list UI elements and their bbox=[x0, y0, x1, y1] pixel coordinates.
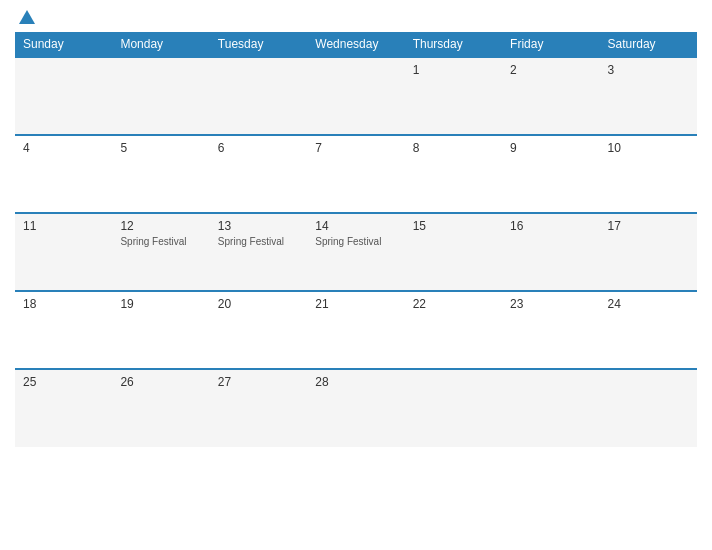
calendar-header bbox=[15, 10, 697, 24]
calendar-grid: SundayMondayTuesdayWednesdayThursdayFrid… bbox=[15, 32, 697, 447]
calendar-cell: 20 bbox=[210, 291, 307, 369]
weekday-monday: Monday bbox=[112, 32, 209, 57]
calendar-cell bbox=[210, 57, 307, 135]
calendar-cell: 9 bbox=[502, 135, 599, 213]
day-number: 24 bbox=[608, 297, 689, 311]
calendar-cell bbox=[307, 57, 404, 135]
week-row-3: 1112Spring Festival13Spring Festival14Sp… bbox=[15, 213, 697, 291]
day-number: 12 bbox=[120, 219, 201, 233]
day-number: 26 bbox=[120, 375, 201, 389]
week-row-2: 45678910 bbox=[15, 135, 697, 213]
calendar-cell bbox=[15, 57, 112, 135]
day-number: 15 bbox=[413, 219, 494, 233]
calendar-cell: 22 bbox=[405, 291, 502, 369]
day-number: 11 bbox=[23, 219, 104, 233]
day-number: 5 bbox=[120, 141, 201, 155]
calendar-cell: 4 bbox=[15, 135, 112, 213]
day-number: 21 bbox=[315, 297, 396, 311]
weekday-wednesday: Wednesday bbox=[307, 32, 404, 57]
calendar-cell: 25 bbox=[15, 369, 112, 447]
weekday-sunday: Sunday bbox=[15, 32, 112, 57]
day-number: 3 bbox=[608, 63, 689, 77]
calendar-cell: 27 bbox=[210, 369, 307, 447]
calendar-cell: 23 bbox=[502, 291, 599, 369]
day-number: 8 bbox=[413, 141, 494, 155]
calendar-cell: 11 bbox=[15, 213, 112, 291]
calendar-cell bbox=[502, 369, 599, 447]
calendar-cell bbox=[600, 369, 697, 447]
day-number: 18 bbox=[23, 297, 104, 311]
weekday-saturday: Saturday bbox=[600, 32, 697, 57]
calendar-cell: 8 bbox=[405, 135, 502, 213]
week-row-1: 123 bbox=[15, 57, 697, 135]
calendar-cell bbox=[405, 369, 502, 447]
weekday-friday: Friday bbox=[502, 32, 599, 57]
day-number: 22 bbox=[413, 297, 494, 311]
calendar-cell: 1 bbox=[405, 57, 502, 135]
day-number: 27 bbox=[218, 375, 299, 389]
day-number: 20 bbox=[218, 297, 299, 311]
day-number: 2 bbox=[510, 63, 591, 77]
calendar-container: SundayMondayTuesdayWednesdayThursdayFrid… bbox=[0, 0, 712, 550]
day-number: 9 bbox=[510, 141, 591, 155]
week-row-5: 25262728 bbox=[15, 369, 697, 447]
event-label: Spring Festival bbox=[218, 236, 299, 247]
calendar-cell: 24 bbox=[600, 291, 697, 369]
day-number: 16 bbox=[510, 219, 591, 233]
event-label: Spring Festival bbox=[120, 236, 201, 247]
calendar-cell: 3 bbox=[600, 57, 697, 135]
calendar-cell: 16 bbox=[502, 213, 599, 291]
weekday-thursday: Thursday bbox=[405, 32, 502, 57]
day-number: 6 bbox=[218, 141, 299, 155]
calendar-cell: 14Spring Festival bbox=[307, 213, 404, 291]
weekday-tuesday: Tuesday bbox=[210, 32, 307, 57]
event-label: Spring Festival bbox=[315, 236, 396, 247]
day-number: 4 bbox=[23, 141, 104, 155]
calendar-cell: 21 bbox=[307, 291, 404, 369]
day-number: 28 bbox=[315, 375, 396, 389]
calendar-cell: 26 bbox=[112, 369, 209, 447]
day-number: 25 bbox=[23, 375, 104, 389]
calendar-cell: 19 bbox=[112, 291, 209, 369]
day-number: 7 bbox=[315, 141, 396, 155]
calendar-cell: 7 bbox=[307, 135, 404, 213]
calendar-cell: 13Spring Festival bbox=[210, 213, 307, 291]
calendar-cell: 28 bbox=[307, 369, 404, 447]
day-number: 19 bbox=[120, 297, 201, 311]
calendar-cell: 15 bbox=[405, 213, 502, 291]
calendar-cell: 10 bbox=[600, 135, 697, 213]
calendar-cell: 17 bbox=[600, 213, 697, 291]
day-number: 10 bbox=[608, 141, 689, 155]
day-number: 17 bbox=[608, 219, 689, 233]
calendar-cell: 2 bbox=[502, 57, 599, 135]
calendar-cell: 5 bbox=[112, 135, 209, 213]
day-number: 1 bbox=[413, 63, 494, 77]
weekday-header-row: SundayMondayTuesdayWednesdayThursdayFrid… bbox=[15, 32, 697, 57]
day-number: 23 bbox=[510, 297, 591, 311]
day-number: 14 bbox=[315, 219, 396, 233]
logo bbox=[15, 10, 35, 24]
calendar-cell: 6 bbox=[210, 135, 307, 213]
calendar-cell: 18 bbox=[15, 291, 112, 369]
calendar-cell bbox=[112, 57, 209, 135]
logo-triangle-icon bbox=[19, 10, 35, 24]
calendar-cell: 12Spring Festival bbox=[112, 213, 209, 291]
day-number: 13 bbox=[218, 219, 299, 233]
week-row-4: 18192021222324 bbox=[15, 291, 697, 369]
